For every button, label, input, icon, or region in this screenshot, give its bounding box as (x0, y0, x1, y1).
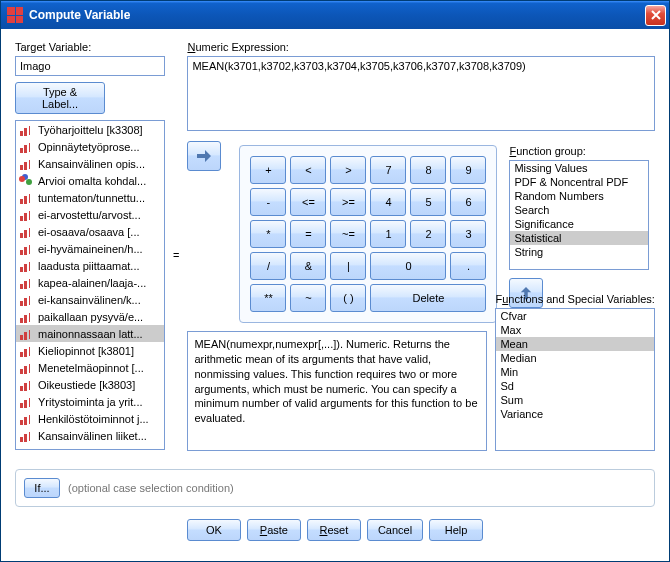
scale-icon (19, 293, 34, 306)
key-2[interactable]: 2 (410, 220, 446, 248)
key-lt[interactable]: < (290, 156, 326, 184)
scale-icon (19, 259, 34, 272)
list-item-label: ei-arvostettu/arvost... (38, 209, 141, 221)
scale-icon (19, 225, 34, 238)
close-button[interactable] (645, 5, 666, 26)
key-minus[interactable]: - (250, 188, 286, 216)
cancel-button[interactable]: Cancel (367, 519, 423, 541)
list-item-label: Kansainvälinen opis... (38, 158, 145, 170)
list-item[interactable]: Statistical (510, 231, 648, 245)
list-item[interactable]: PDF & Noncentral PDF (510, 175, 648, 189)
scale-icon (19, 157, 34, 170)
move-right-button[interactable] (187, 141, 221, 171)
list-item-label: paikallaan pysyvä/e... (38, 311, 143, 323)
list-item[interactable]: Min (496, 365, 654, 379)
list-item[interactable]: Työharjoittelu [k3308] (16, 121, 164, 138)
list-item-label: Arvioi omalta kohdal... (38, 175, 146, 187)
if-condition-text: (optional case selection condition) (68, 482, 234, 494)
key-pow[interactable]: ** (250, 284, 286, 312)
key-3[interactable]: 3 (450, 220, 486, 248)
list-item[interactable]: ei-arvostettu/arvost... (16, 206, 164, 223)
list-item[interactable]: Oikeustiede [k3803] (16, 376, 164, 393)
list-item[interactable]: Cfvar (496, 309, 654, 323)
paste-button[interactable]: Paste (247, 519, 301, 541)
app-icon (7, 7, 23, 23)
key-and[interactable]: & (290, 252, 326, 280)
list-item[interactable]: Search (510, 203, 648, 217)
list-item[interactable]: paikallaan pysyvä/e... (16, 308, 164, 325)
list-item[interactable]: tuntematon/tunnettu... (16, 189, 164, 206)
list-item-label: kapea-alainen/laaja-... (38, 277, 146, 289)
list-item[interactable]: Mean (496, 337, 654, 351)
arrow-right-icon (196, 149, 212, 163)
scale-icon (19, 242, 34, 255)
list-item[interactable]: Sum (496, 393, 654, 407)
key-1[interactable]: 1 (370, 220, 406, 248)
list-item[interactable]: ei-kansainvälinen/k... (16, 291, 164, 308)
list-item-label: ei-hyvämaineinen/h... (38, 243, 143, 255)
numeric-expression-input[interactable] (187, 56, 655, 131)
list-item[interactable]: laadusta piittaamat... (16, 257, 164, 274)
list-item[interactable]: Missing Values (510, 161, 648, 175)
scale-icon (19, 327, 34, 340)
list-item[interactable]: Menetelmäopinnot [... (16, 359, 164, 376)
list-item[interactable]: Random Numbers (510, 189, 648, 203)
key-gte[interactable]: >= (330, 188, 366, 216)
key-7[interactable]: 7 (370, 156, 406, 184)
type-label-button[interactable]: Type & Label... (15, 82, 105, 114)
key-dot[interactable]: . (450, 252, 486, 280)
list-item[interactable]: Arvioi omalta kohdal... (16, 172, 164, 189)
key-lte[interactable]: <= (290, 188, 326, 216)
function-description: MEAN(numexpr,numexpr[,...]). Numeric. Re… (187, 331, 487, 451)
list-item[interactable]: kapea-alainen/laaja-... (16, 274, 164, 291)
key-0[interactable]: 0 (370, 252, 446, 280)
functions-list[interactable]: CfvarMaxMeanMedianMinSdSumVariance (495, 308, 655, 451)
list-item[interactable]: Yritystoiminta ja yrit... (16, 393, 164, 410)
key-4[interactable]: 4 (370, 188, 406, 216)
list-item[interactable]: Significance (510, 217, 648, 231)
list-item[interactable]: Max (496, 323, 654, 337)
equals-sign: = (173, 249, 179, 261)
scale-icon (19, 395, 34, 408)
key-div[interactable]: / (250, 252, 286, 280)
list-item[interactable]: String (510, 245, 648, 259)
variable-list[interactable]: Työharjoittelu [k3308]Opinnäytetyöprose.… (15, 120, 165, 450)
list-item[interactable]: Median (496, 351, 654, 365)
key-or[interactable]: | (330, 252, 366, 280)
list-item[interactable]: Henkilöstötoiminnot j... (16, 410, 164, 427)
key-neq[interactable]: ~= (330, 220, 366, 248)
key-gt[interactable]: > (330, 156, 366, 184)
keypad: + < > 7 8 9 - <= >= 4 5 6 * (239, 145, 497, 323)
function-group-list[interactable]: Missing ValuesPDF & Noncentral PDFRandom… (509, 160, 649, 270)
list-item[interactable]: Kansainvälinen opis... (16, 155, 164, 172)
if-button[interactable]: If... (24, 478, 60, 498)
key-delete[interactable]: Delete (370, 284, 486, 312)
reset-button[interactable]: Reset (307, 519, 361, 541)
list-item[interactable]: Kansainvälinen liiket... (16, 427, 164, 444)
key-eq[interactable]: = (290, 220, 326, 248)
list-item[interactable]: ei-hyvämaineinen/h... (16, 240, 164, 257)
list-item-label: Oikeustiede [k3803] (38, 379, 135, 391)
list-item[interactable]: Opinnäytetyöprose... (16, 138, 164, 155)
key-6[interactable]: 6 (450, 188, 486, 216)
list-item[interactable]: Sd (496, 379, 654, 393)
list-item[interactable]: Variance (496, 407, 654, 421)
key-8[interactable]: 8 (410, 156, 446, 184)
key-paren[interactable]: ( ) (330, 284, 366, 312)
key-9[interactable]: 9 (450, 156, 486, 184)
list-item-label: Opinnäytetyöprose... (38, 141, 140, 153)
key-mul[interactable]: * (250, 220, 286, 248)
key-plus[interactable]: + (250, 156, 286, 184)
list-item[interactable]: ei-osaava/osaava [... (16, 223, 164, 240)
list-item-label: Työharjoittelu [k3308] (38, 124, 143, 136)
target-variable-input[interactable] (15, 56, 165, 76)
key-not[interactable]: ~ (290, 284, 326, 312)
key-5[interactable]: 5 (410, 188, 446, 216)
list-item[interactable]: mainonnassaan latt... (16, 325, 164, 342)
list-item-label: ei-kansainvälinen/k... (38, 294, 141, 306)
ok-button[interactable]: OK (187, 519, 241, 541)
list-item-label: Yritystoiminta ja yrit... (38, 396, 143, 408)
scale-icon (19, 208, 34, 221)
list-item[interactable]: Kieliopinnot [k3801] (16, 342, 164, 359)
help-button[interactable]: Help (429, 519, 483, 541)
